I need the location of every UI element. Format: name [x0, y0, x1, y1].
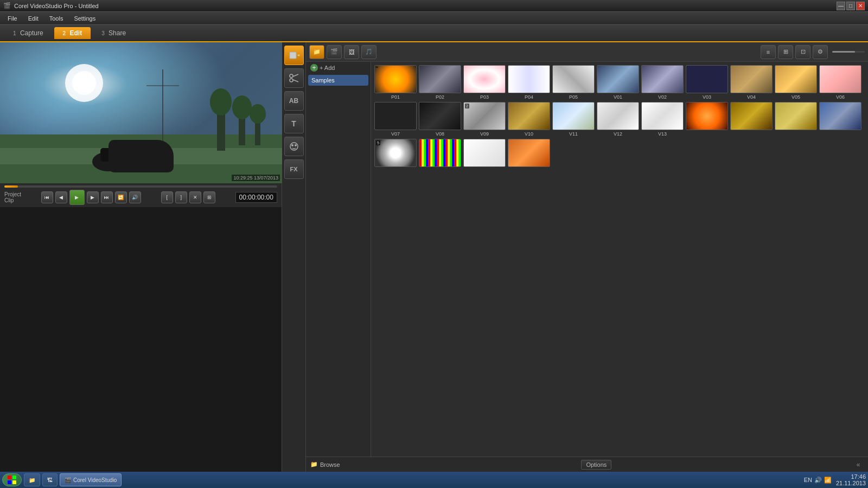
sample-p04[interactable]: P04 [508, 65, 550, 100]
svg-rect-41 [12, 480, 16, 484]
close-button[interactable]: ✕ [856, 2, 865, 10]
app-icon: 🎬 [3, 2, 11, 9]
clock: 17:46 21.11.2013 [836, 473, 866, 486]
add-media-button[interactable]: + + Add [308, 64, 368, 72]
sample-v04[interactable]: V04 [730, 65, 773, 100]
collapse-panel-button[interactable]: « [853, 461, 864, 468]
progress-track[interactable] [4, 185, 277, 188]
sidebar-overlay-button[interactable] [284, 137, 304, 156]
svg-point-4 [210, 88, 232, 115]
sample-v02[interactable]: V02 [641, 65, 684, 100]
media-photo-button[interactable]: 🖼 [344, 45, 359, 59]
media-grid-view-button[interactable]: ⊞ [778, 45, 793, 59]
sample-p02-label: P02 [419, 94, 461, 100]
sample-v01[interactable]: V01 [597, 65, 639, 100]
media-details-view-button[interactable]: ⊡ [795, 45, 810, 59]
media-audio-button[interactable]: 🎵 [361, 45, 376, 59]
title-bar-controls: — □ ✕ [837, 2, 865, 10]
sample-v03-label: V03 [686, 94, 728, 100]
media-folder-button[interactable]: 📁 [309, 45, 324, 59]
sample-r3-img [775, 102, 817, 130]
go-to-start-button[interactable]: ⏮ [41, 191, 53, 203]
start-button[interactable] [2, 473, 22, 486]
sidebar-text-button[interactable]: T [284, 114, 304, 133]
browse-button[interactable]: 📁 Browse [310, 461, 340, 468]
title-bar: 🎬 Corel VideoStudio Pro - Untitled — □ ✕ [0, 0, 868, 12]
network-icon: 📶 [824, 477, 832, 484]
timecode-display: 00:00:00:00 [235, 192, 277, 203]
volume-button[interactable]: 🔊 [129, 191, 141, 203]
taskbar-videostudio-button[interactable]: 🎬 Corel VideoStudio [60, 473, 122, 486]
sample-p05[interactable]: P05 [552, 65, 595, 100]
taskbar-app2-button[interactable]: 🏗 [42, 473, 58, 486]
taskbar: 📁 🏗 🎬 Corel VideoStudio EN 🔊 📶 17:46 21.… [0, 472, 868, 488]
delete-button[interactable]: ✕ [189, 191, 201, 203]
sample-v02-img [641, 65, 684, 93]
sample-v08[interactable]: V08 [419, 102, 461, 137]
sample-v06[interactable]: V06 [819, 65, 861, 100]
step-back-button[interactable]: ◀ [55, 191, 67, 203]
minimize-button[interactable]: — [837, 2, 845, 10]
sample-v06-label: V06 [819, 94, 861, 100]
sample-r1[interactable] [686, 102, 728, 137]
tab-capture[interactable]: 1 Capture [4, 27, 52, 39]
sample-v04-label: V04 [730, 94, 773, 100]
video-preview: 10:29:25 13/07/2013 [0, 42, 282, 183]
clip-prop-button[interactable]: ⊞ [203, 191, 215, 203]
sample-r6[interactable] [419, 139, 461, 168]
svg-point-19 [290, 74, 293, 78]
sample-v03[interactable]: V03 [686, 65, 728, 100]
maximize-button[interactable]: □ [846, 2, 855, 10]
sample-p03[interactable]: P03 [463, 65, 506, 100]
volume-icon: 🔊 [814, 477, 822, 484]
go-to-end-button[interactable]: ⏭ [101, 191, 113, 203]
mark-out-button[interactable]: ] [175, 191, 187, 203]
sidebar-cut-button[interactable] [284, 68, 304, 88]
sample-r1-img [686, 102, 728, 130]
sample-p02[interactable]: P02 [419, 65, 461, 100]
taskbar-explorer-button[interactable]: 📁 [24, 473, 40, 486]
menu-settings[interactable]: Settings [68, 14, 101, 23]
menu-edit[interactable]: Edit [23, 14, 44, 23]
sample-p03-label: P03 [463, 94, 506, 100]
options-button[interactable]: Options [581, 460, 611, 470]
main-area: 10:29:25 13/07/2013 Project Clip ⏮ ◀ ▶ ▶… [0, 42, 868, 472]
tab-edit[interactable]: 2 Edit [54, 27, 91, 39]
video-timestamp: 10:29:25 13/07/2013 [232, 175, 280, 181]
sample-r2[interactable] [730, 102, 773, 137]
sample-v12[interactable]: V12 [597, 102, 639, 137]
sample-r8[interactable] [508, 139, 550, 168]
sample-v09-label: V09 [463, 131, 506, 137]
play-button[interactable]: ▶ [69, 190, 85, 205]
sample-p04-label: P04 [508, 94, 550, 100]
sample-v10[interactable]: V10 [508, 102, 550, 137]
sidebar-fx-button[interactable]: FX [284, 159, 304, 179]
media-video-button[interactable]: 🎬 [327, 45, 342, 59]
sample-v13[interactable]: V13 [641, 102, 684, 137]
media-settings-button[interactable]: ⚙ [813, 45, 828, 59]
sample-v05[interactable]: V05 [775, 65, 817, 100]
sample-r7[interactable] [463, 139, 506, 168]
samples-button[interactable]: Samples [308, 75, 368, 86]
svg-rect-14 [114, 140, 146, 151]
sidebar-video-button[interactable] [284, 46, 304, 65]
mark-in-button[interactable]: [ [161, 191, 173, 203]
step-forward-button[interactable]: ▶ [87, 191, 99, 203]
sample-v12-img [597, 102, 639, 130]
loop-button[interactable]: 🔁 [115, 191, 127, 203]
sample-v07[interactable]: V07 [374, 102, 417, 137]
sample-v11[interactable]: V11 [552, 102, 595, 137]
sidebar-title-button[interactable]: AB [284, 91, 304, 111]
video-frame [0, 42, 282, 183]
sample-r4[interactable] [819, 102, 861, 137]
media-list-view-button[interactable]: ≡ [761, 45, 776, 59]
tab-share[interactable]: 3 Share [93, 27, 135, 39]
sample-p01[interactable]: P01 [374, 65, 417, 100]
menu-file[interactable]: File [2, 14, 23, 23]
sample-r5[interactable]: 5 [374, 139, 417, 168]
sample-r3[interactable] [775, 102, 817, 137]
menu-tools[interactable]: Tools [44, 14, 69, 23]
svg-rect-2 [0, 148, 282, 164]
sample-v09[interactable]: 2 V09 [463, 102, 506, 137]
sample-v01-label: V01 [597, 94, 639, 100]
